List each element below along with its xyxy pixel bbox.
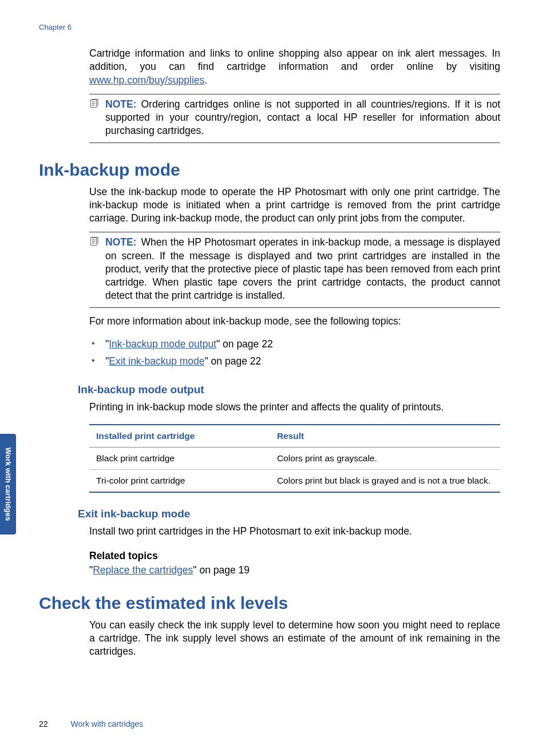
list-item: "Exit ink-backup mode" on page 22 [89,354,500,369]
heading-output: Ink-backup mode output [78,383,507,396]
ink-backup-para: Use the ink-backup mode to operate the H… [89,185,500,225]
related-topics-label: Related topics [89,550,500,562]
output-para: Printing in ink-backup mode slows the pr… [89,401,500,414]
heading-check-ink: Check the estimated ink levels [39,593,507,613]
page-footer: 22 Work with cartridges [39,719,143,729]
related-link-line: "Replace the cartridges" on page 19 [89,564,500,576]
page-number: 22 [39,719,48,729]
note-box-1: NOTE:Ordering cartridges online is not s… [89,94,500,143]
side-tab: Work with cartridges [0,434,16,535]
check-ink-para: You can easily check the ink supply leve… [89,619,500,659]
cell-result: Colors print as grayscale. [270,448,500,470]
list-item: "Ink-backup mode output" on page 22 [89,337,500,351]
note-icon [89,98,102,112]
table-row: Tri-color print cartridge Colors print b… [89,470,500,492]
note-box-2: NOTE:When the HP Photosmart operates in … [89,232,500,307]
side-tab-label: Work with cartridges [4,448,13,521]
link-output[interactable]: Ink-backup mode output [109,338,216,350]
table-header-cartridge: Installed print cartridge [89,425,270,448]
footer-title: Work with cartridges [70,719,143,729]
topic-list: "Ink-backup mode output" on page 22 "Exi… [89,337,500,369]
intro-text-a: Cartridge information and links to onlin… [89,48,500,72]
intro-text-b: . [204,74,207,86]
page-content: Cartridge information and links to onlin… [0,0,546,687]
note-text-1: Ordering cartridges online is not suppor… [105,98,500,137]
note-label: NOTE: [105,236,136,248]
chapter-label: Chapter 6 [39,23,72,31]
exit-para: Install two print cartridges in the HP P… [89,525,500,538]
cell-result: Colors print but black is grayed and is … [270,470,500,492]
intro-paragraph: Cartridge information and links to onlin… [89,47,500,87]
table-row: Black print cartridge Colors print as gr… [89,448,500,470]
more-info-text: For more information about ink-backup mo… [89,315,500,328]
heading-ink-backup: Ink-backup mode [39,160,507,180]
link-exit[interactable]: Exit ink-backup mode [109,355,204,367]
note-icon [89,236,102,250]
note-label: NOTE: [105,98,136,110]
cell-cartridge: Black print cartridge [89,448,270,470]
output-table: Installed print cartridge Result Black p… [89,424,500,493]
cell-cartridge: Tri-color print cartridge [89,470,270,492]
note-text-2: When the HP Photosmart operates in ink-b… [105,236,500,301]
heading-exit: Exit ink-backup mode [78,508,507,520]
link-replace-cartridges[interactable]: Replace the cartridges [93,564,193,576]
supplies-link[interactable]: www.hp.com/buy/supplies [89,74,204,86]
table-header-result: Result [270,425,500,448]
